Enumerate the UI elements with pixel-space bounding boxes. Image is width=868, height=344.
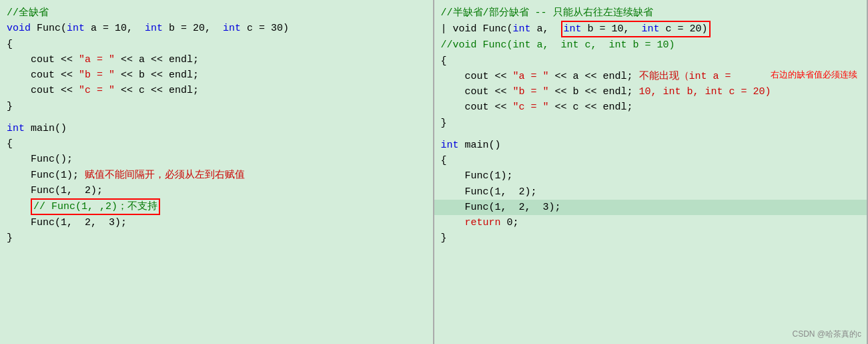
left-line12: // Func(1, ,2)；不支持 xyxy=(7,198,426,215)
right-line13: return 0; xyxy=(441,215,861,230)
left-spacer1 xyxy=(7,114,426,121)
left-line14: } xyxy=(7,230,426,246)
right-line2: //void Func(int a, int c, int b = 10) xyxy=(441,37,861,53)
left-line13: Func(1, 2, 3); xyxy=(7,215,426,230)
right-line8: int main() xyxy=(441,138,861,153)
left-line9: Func(); xyxy=(7,152,426,167)
left-line5: cout << "c = " << c << endl; xyxy=(7,83,426,98)
right-line11: Func(1, 2); xyxy=(441,184,861,200)
right-panel: //半缺省/部分缺省 -- 只能从右往左连续缺省 | void Func(int… xyxy=(434,0,869,344)
right-line7: } xyxy=(441,116,861,131)
left-line8: { xyxy=(7,136,426,152)
left-line11: Func(1, 2); xyxy=(7,183,426,198)
right-line10: Func(1); xyxy=(441,168,861,184)
watermark: CSDN @哈茶真的c xyxy=(792,329,861,340)
right-title-comment: //半缺省/部分缺省 -- 只能从右往左连续缺省 xyxy=(441,5,861,21)
right-line1: | void Func(int a, int b = 10, int c = 2… xyxy=(441,21,861,37)
right-line14: } xyxy=(441,230,861,246)
left-line10: Func(1); 赋值不能间隔开，必须从左到右赋值 xyxy=(7,168,426,183)
right-line3: { xyxy=(441,53,861,69)
right-note-row: cout << "a = " << a << endl; 不能出现（int a … xyxy=(441,69,861,84)
left-line1: void Func(int a = 10, int b = 20, int c … xyxy=(7,21,426,36)
left-line4: cout << "b = " << b << endl; xyxy=(7,67,426,83)
right-spacer1 xyxy=(441,131,861,138)
right-line5: cout << "b = " << b << endl; 10, int b, … xyxy=(441,84,861,100)
left-line3: cout << "a = " << a << endl; xyxy=(7,52,426,67)
right-line9: { xyxy=(441,153,861,168)
right-line6: cout << "c = " << c << endl; xyxy=(441,100,861,115)
left-line7: int main() xyxy=(7,121,426,136)
left-panel: //全缺省 void Func(int a = 10, int b = 20, … xyxy=(0,0,434,344)
left-title-comment: //全缺省 xyxy=(7,5,426,21)
left-line2: { xyxy=(7,37,426,52)
right-line12-highlighted: Func(1, 2, 3); xyxy=(434,200,867,215)
right-note1: 右边的缺省值必须连续 xyxy=(771,69,857,81)
left-line6: } xyxy=(7,99,426,114)
